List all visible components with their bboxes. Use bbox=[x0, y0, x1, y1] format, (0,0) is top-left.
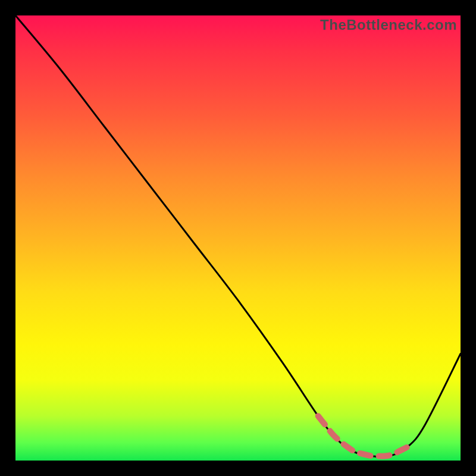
chart-frame: TheBottleneck.com bbox=[15, 15, 461, 461]
bottleneck-curve-path bbox=[15, 15, 461, 457]
optimal-range-dashes bbox=[318, 416, 408, 456]
bottleneck-chart bbox=[15, 15, 461, 461]
